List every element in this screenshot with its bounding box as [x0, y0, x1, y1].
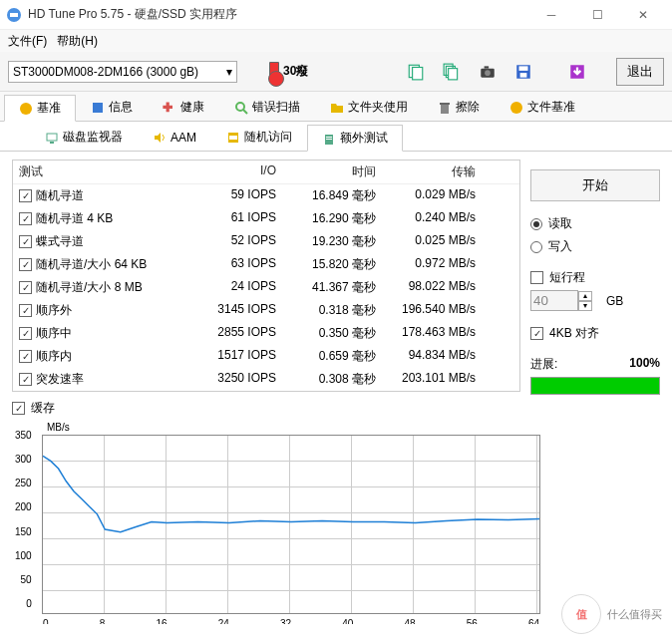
radio-icon [530, 241, 542, 253]
write-radio[interactable]: 写入 [530, 238, 660, 255]
table-row[interactable]: ✓随机寻道/大小 64 KB 63 IOPS 15.820 毫秒 0.972 M… [13, 253, 519, 276]
table-row[interactable]: ✓顺序外 3145 IOPS 0.318 毫秒 196.540 MB/s [13, 299, 519, 322]
size-field[interactable]: ▴▾ [530, 290, 600, 311]
drive-name: ST3000DM008-2DM166 (3000 gB) [13, 65, 198, 79]
row-time: 0.318 毫秒 [282, 299, 382, 322]
cache-checkbox[interactable]: ✓ 缓存 [12, 400, 520, 417]
progress-value: 100% [629, 356, 660, 373]
svg-rect-6 [449, 68, 458, 79]
sub-tabs: 磁盘监视器 AAM 随机访问 额外测试 [0, 122, 672, 152]
watermark: 值 什么值得买 [561, 594, 662, 624]
dropdown-icon: ▾ [226, 65, 232, 79]
tab-file-benchmark[interactable]: 文件基准 [495, 94, 590, 121]
copy-button[interactable] [401, 58, 431, 86]
subtab-disk-monitor[interactable]: 磁盘监视器 [30, 124, 138, 151]
svg-rect-21 [47, 134, 57, 141]
checkbox-icon: ✓ [530, 327, 543, 340]
row-xfer: 0.025 MB/s [382, 230, 482, 253]
row-xfer: 203.101 MB/s [382, 368, 482, 391]
row-xfer: 0.029 MB/s [382, 184, 482, 207]
chart: MB/s 350300250200150100500 0816243240485… [42, 435, 540, 614]
th-time: 时间 [282, 161, 382, 183]
menubar: 文件(F) 帮助(H) [0, 30, 672, 52]
row-xfer: 94.834 MB/s [382, 345, 482, 368]
size-unit: GB [606, 294, 623, 308]
svg-rect-22 [50, 142, 54, 144]
svg-rect-19 [440, 103, 450, 105]
tab-folder-usage[interactable]: 文件夹使用 [315, 94, 423, 121]
th-test: 测试 [13, 161, 182, 183]
minimize-button[interactable]: ─ [528, 0, 574, 30]
row-time: 16.290 毫秒 [282, 207, 382, 230]
table-row[interactable]: ✓顺序内 1517 IOPS 0.659 毫秒 94.834 MB/s [13, 345, 519, 368]
close-button[interactable]: ✕ [620, 0, 666, 30]
svg-rect-26 [326, 137, 332, 138]
thermometer-icon [269, 62, 279, 82]
row-checkbox-icon: ✓ [19, 327, 32, 340]
temp-value: 30癈 [283, 63, 308, 80]
row-xfer: 196.540 MB/s [382, 299, 482, 322]
row-io: 3250 IOPS [182, 368, 282, 391]
progress-label: 进展: [530, 356, 557, 373]
exit-button[interactable]: 退出 [616, 58, 664, 86]
radio-icon [530, 218, 542, 230]
table-row[interactable]: ✓随机寻道/大小 8 MB 24 IOPS 41.367 毫秒 98.022 M… [13, 276, 519, 299]
subtab-extra-tests[interactable]: 额外测试 [307, 125, 403, 152]
svg-point-14 [20, 103, 32, 115]
subtab-random-access[interactable]: 随机访问 [211, 124, 307, 151]
spinner[interactable]: ▴▾ [578, 291, 592, 311]
svg-line-17 [243, 110, 247, 114]
row-io: 63 IOPS [182, 253, 282, 276]
menu-help[interactable]: 帮助(H) [57, 32, 98, 50]
row-time: 0.659 毫秒 [282, 345, 382, 368]
row-checkbox-icon: ✓ [19, 189, 32, 202]
start-button[interactable]: 开始 [530, 169, 660, 201]
row-time: 15.820 毫秒 [282, 253, 382, 276]
table-row[interactable]: ✓顺序中 2855 IOPS 0.350 毫秒 178.463 MB/s [13, 322, 519, 345]
save-button[interactable] [508, 58, 538, 86]
row-name: 随机寻道 4 KB [36, 210, 113, 227]
table-row[interactable]: ✓蝶式寻道 52 IOPS 19.230 毫秒 0.025 MB/s [13, 230, 519, 253]
menu-file[interactable]: 文件(F) [8, 32, 47, 50]
subtab-aam[interactable]: AAM [138, 124, 211, 151]
row-time: 0.308 毫秒 [282, 368, 382, 391]
table-header: 测试 I/O 时间 传输 [13, 161, 519, 184]
window-title: HD Tune Pro 5.75 - 硬盘/SSD 实用程序 [28, 6, 528, 23]
load-button[interactable] [562, 58, 592, 86]
read-radio[interactable]: 读取 [530, 215, 660, 232]
row-io: 61 IOPS [182, 207, 282, 230]
table-row[interactable]: ✓突发速率 3250 IOPS 0.308 毫秒 203.101 MB/s [13, 368, 519, 391]
svg-rect-12 [520, 73, 527, 78]
screenshot-button[interactable] [473, 58, 503, 86]
svg-rect-27 [326, 139, 332, 140]
svg-rect-9 [485, 66, 490, 68]
progress-bar [530, 377, 660, 395]
align-checkbox[interactable]: ✓4KB 对齐 [530, 325, 660, 342]
row-time: 41.367 毫秒 [282, 276, 382, 299]
table-row[interactable]: ✓随机寻道 4 KB 61 IOPS 16.290 毫秒 0.240 MB/s [13, 207, 519, 230]
tab-error-scan[interactable]: 错误扫描 [219, 94, 315, 121]
table-row[interactable]: ✓随机寻道 59 IOPS 16.849 毫秒 0.029 MB/s [13, 184, 519, 207]
copy-all-button[interactable] [437, 58, 467, 86]
row-time: 19.230 毫秒 [282, 230, 382, 253]
row-checkbox-icon: ✓ [19, 350, 32, 363]
tab-health[interactable]: 健康 [148, 94, 219, 121]
app-icon [6, 7, 22, 23]
tab-erase[interactable]: 擦除 [423, 94, 495, 121]
tab-info[interactable]: 信息 [76, 94, 148, 121]
row-io: 59 IOPS [182, 184, 282, 207]
svg-rect-24 [229, 136, 237, 140]
short-stroke-checkbox[interactable]: 短行程 [530, 269, 660, 286]
drive-selector[interactable]: ST3000DM008-2DM166 (3000 gB) ▾ [8, 61, 237, 83]
th-io: I/O [182, 161, 282, 183]
row-checkbox-icon: ✓ [19, 304, 32, 317]
svg-rect-1 [10, 13, 18, 17]
size-input[interactable] [530, 290, 578, 311]
svg-point-8 [485, 70, 491, 76]
toolbar: ST3000DM008-2DM166 (3000 gB) ▾ 30癈 退出 [0, 52, 672, 92]
tab-benchmark[interactable]: 基准 [4, 95, 76, 122]
maximize-button[interactable]: ☐ [574, 0, 620, 30]
titlebar: HD Tune Pro 5.75 - 硬盘/SSD 实用程序 ─ ☐ ✕ [0, 0, 672, 30]
svg-point-16 [236, 103, 244, 111]
row-checkbox-icon: ✓ [19, 212, 32, 225]
